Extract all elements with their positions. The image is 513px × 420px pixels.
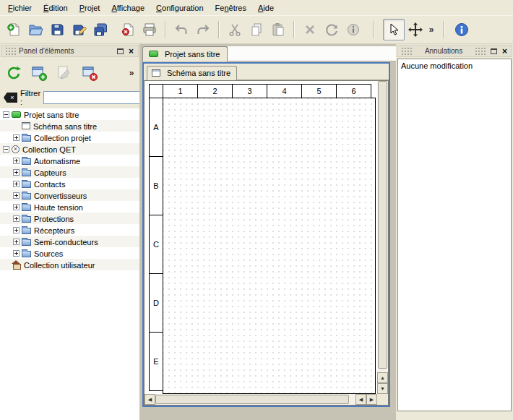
menu-fichier[interactable]: Fichier bbox=[2, 1, 38, 14]
tab-schema[interactable]: Schéma sans titre bbox=[147, 66, 237, 80]
vertical-scrollbar-thumb[interactable] bbox=[378, 81, 387, 369]
toolbar-overflow-chevron[interactable]: » bbox=[426, 25, 436, 35]
scroll-up-button[interactable]: ▲ bbox=[377, 372, 388, 383]
vertical-scrollbar[interactable]: ▲ ▼ bbox=[377, 81, 388, 394]
dock-grip[interactable] bbox=[475, 47, 486, 55]
redo-button[interactable] bbox=[192, 19, 214, 40]
close-button[interactable]: × bbox=[499, 46, 510, 56]
tree-item-label: Automatisme bbox=[34, 156, 80, 166]
tree-item-icon bbox=[22, 205, 31, 211]
menu-edition[interactable]: Édition bbox=[38, 1, 74, 14]
paste-button[interactable] bbox=[267, 19, 289, 40]
tree-expander-icon[interactable] bbox=[3, 146, 9, 153]
save-button[interactable] bbox=[46, 19, 68, 40]
tree-item[interactable]: Haute tension bbox=[0, 201, 139, 213]
tree-item[interactable]: Projet sans titre bbox=[0, 108, 139, 120]
elements-panel-titlebar[interactable]: Panel d'éléments × bbox=[1, 45, 139, 57]
tree-item[interactable]: Collection QET bbox=[0, 143, 139, 155]
menu-configuration[interactable]: Configuration bbox=[150, 1, 209, 14]
diagram-canvas[interactable]: 1 2 3 4 5 6 bbox=[145, 81, 377, 394]
scroll-down-button[interactable]: ▼ bbox=[377, 383, 388, 394]
tree-item[interactable]: Semi-conducteurs bbox=[0, 236, 139, 247]
undo-button[interactable] bbox=[171, 19, 192, 40]
open-file-button[interactable] bbox=[25, 19, 46, 40]
save-as-button[interactable] bbox=[68, 19, 90, 40]
close-button[interactable]: × bbox=[126, 46, 137, 56]
delete-element-button[interactable] bbox=[79, 62, 100, 84]
tree-item-icon bbox=[22, 135, 31, 142]
delete-button[interactable] bbox=[299, 19, 321, 40]
scene-body: A B C D E bbox=[149, 98, 376, 394]
print-button[interactable] bbox=[139, 19, 160, 40]
tree-expander-icon[interactable] bbox=[13, 227, 20, 233]
element-infos-button[interactable] bbox=[342, 19, 364, 40]
menu-fenetres[interactable]: Fenêtres bbox=[210, 1, 252, 14]
tree-expander-icon[interactable] bbox=[13, 169, 20, 176]
copy-icon bbox=[249, 22, 264, 38]
dock-grip[interactable] bbox=[5, 47, 17, 55]
tree-item[interactable]: Convertisseurs bbox=[0, 189, 139, 201]
tree-item[interactable]: Contacts bbox=[0, 178, 139, 189]
panel-toolbar-overflow-chevron[interactable]: » bbox=[126, 68, 137, 78]
tree-item-label: Collection projet bbox=[34, 133, 91, 142]
close-file-button[interactable] bbox=[117, 19, 139, 40]
tree-expander-icon[interactable] bbox=[13, 158, 20, 164]
scroll-left-button-2[interactable]: ◀ bbox=[355, 394, 366, 405]
selection-mode-button[interactable] bbox=[383, 19, 405, 40]
rotate-icon bbox=[324, 22, 340, 38]
save-all-button[interactable] bbox=[90, 19, 111, 40]
diagram-scene: 1 2 3 4 5 6 bbox=[149, 84, 376, 394]
tree-indent bbox=[3, 172, 13, 173]
drawing-grid-area[interactable] bbox=[163, 98, 376, 394]
row-header-cell: D bbox=[149, 273, 163, 333]
cut-button[interactable] bbox=[224, 19, 246, 40]
dock-grip[interactable] bbox=[401, 47, 413, 55]
about-button[interactable] bbox=[451, 19, 473, 40]
reload-collections-button[interactable] bbox=[3, 62, 25, 84]
tree-item[interactable]: Sources bbox=[0, 247, 139, 259]
scroll-right-button[interactable]: ▶ bbox=[366, 394, 377, 405]
undo-dock-titlebar[interactable]: Annulations × bbox=[397, 45, 512, 57]
tree-item[interactable]: Capteurs bbox=[0, 166, 139, 178]
edit-element-button[interactable] bbox=[53, 62, 75, 84]
tree-expander-icon[interactable] bbox=[13, 250, 20, 257]
tree-item[interactable]: Collection utilisateur bbox=[0, 259, 139, 270]
clear-filter-button[interactable]: × bbox=[4, 93, 17, 103]
new-element-button[interactable] bbox=[28, 62, 50, 84]
column-header-cell: 5 bbox=[301, 84, 337, 98]
scroll-left-button[interactable]: ◀ bbox=[145, 394, 155, 405]
tree-item[interactable]: Récepteurs bbox=[0, 224, 139, 236]
tree-expander-icon[interactable] bbox=[13, 192, 20, 199]
tree-expander-icon[interactable] bbox=[3, 111, 9, 118]
tree-item-label: Collection QET bbox=[22, 145, 76, 154]
new-file-button[interactable] bbox=[3, 19, 25, 40]
tree-indent bbox=[3, 253, 13, 254]
tree-indent bbox=[3, 218, 13, 219]
close-icon: × bbox=[129, 48, 134, 55]
tree-item[interactable]: Automatisme bbox=[0, 155, 139, 166]
horizontal-scrollbar-thumb[interactable] bbox=[155, 395, 349, 404]
tab-project[interactable]: Projet sans titre bbox=[142, 46, 228, 61]
tree-expander-icon[interactable] bbox=[13, 215, 20, 222]
float-button[interactable] bbox=[115, 46, 126, 56]
menu-affichage[interactable]: Affichage bbox=[105, 1, 150, 14]
float-button[interactable] bbox=[488, 46, 499, 56]
copy-button[interactable] bbox=[246, 19, 267, 40]
menu-projet[interactable]: Projet bbox=[74, 1, 106, 14]
tree-item[interactable]: Schéma sans titre bbox=[0, 120, 139, 132]
tree-item[interactable]: Collection projet bbox=[0, 132, 139, 143]
tree-expander-icon[interactable] bbox=[13, 239, 20, 245]
menu-aide[interactable]: Aide bbox=[252, 1, 280, 14]
tree-item[interactable]: Protections bbox=[0, 213, 139, 224]
visualisation-mode-button[interactable] bbox=[405, 19, 426, 40]
tree-expander-icon[interactable] bbox=[13, 134, 20, 141]
filter-input[interactable] bbox=[43, 91, 152, 104]
schema-tabbar-empty-area bbox=[237, 66, 389, 80]
horizontal-scrollbar[interactable]: ◀ ◀ ▶ bbox=[145, 394, 377, 405]
tree-expander-icon[interactable] bbox=[13, 181, 20, 187]
column-header-cell: 3 bbox=[232, 84, 267, 98]
rotate-button[interactable] bbox=[321, 19, 342, 40]
tree-expander-icon[interactable] bbox=[13, 204, 20, 210]
undo-history-item[interactable]: Aucune modification bbox=[398, 59, 511, 72]
undo-history-list: Aucune modification bbox=[397, 59, 512, 411]
